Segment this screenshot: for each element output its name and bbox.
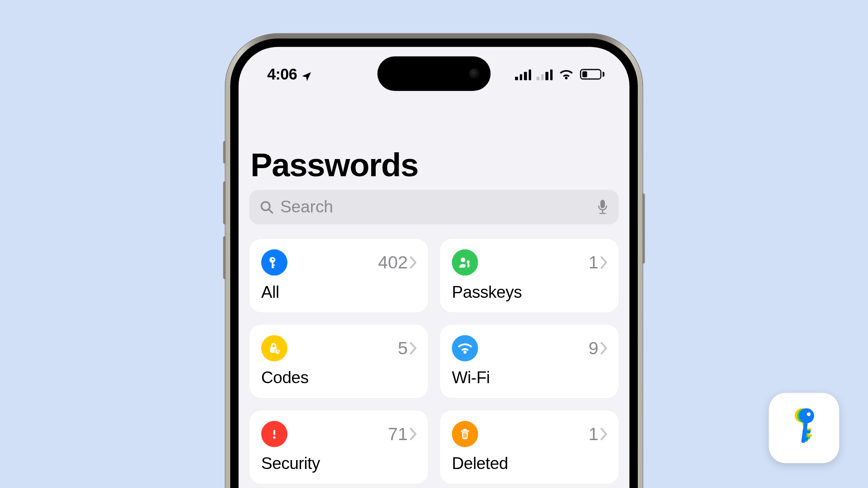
svg-rect-2 (600, 200, 605, 208)
alert-icon (261, 421, 288, 447)
category-label: Deleted (452, 454, 608, 473)
svg-rect-14 (467, 266, 469, 267)
category-card-wifi[interactable]: 9 Wi-Fi (440, 324, 618, 398)
search-bar[interactable] (249, 190, 618, 224)
category-count: 1 (589, 424, 599, 444)
battery-icon (580, 69, 604, 80)
svg-rect-19 (461, 431, 469, 432)
passkey-icon (452, 249, 478, 276)
wifi-icon (558, 68, 574, 80)
category-count: 9 (589, 338, 599, 358)
search-input[interactable] (280, 197, 590, 216)
category-count: 5 (398, 338, 408, 358)
category-label: All (261, 283, 417, 302)
cellular-icon (515, 68, 552, 80)
category-card-passkeys[interactable]: 1 Passkeys (440, 239, 618, 312)
svg-rect-8 (272, 264, 275, 266)
wifi-icon (452, 335, 478, 361)
page-title: Passwords (249, 146, 618, 184)
lock-clock-icon (261, 335, 288, 361)
svg-rect-17 (274, 430, 275, 435)
screen: 4:06 (239, 47, 630, 488)
search-icon (259, 199, 274, 215)
svg-point-6 (272, 258, 274, 260)
category-label: Wi-Fi (452, 368, 608, 387)
microphone-icon[interactable] (596, 199, 609, 215)
category-grid: 402 All 1 (249, 239, 618, 484)
svg-point-10 (461, 258, 465, 262)
chevron-right-icon (409, 342, 417, 355)
chevron-right-icon (599, 256, 608, 269)
svg-rect-20 (463, 429, 467, 430)
location-icon (301, 68, 312, 80)
svg-point-18 (273, 436, 275, 439)
category-count: 1 (589, 252, 599, 272)
svg-line-1 (269, 209, 273, 213)
category-count: 71 (388, 424, 408, 444)
svg-rect-13 (467, 265, 470, 266)
status-bar: 4:06 (239, 47, 630, 99)
chevron-right-icon (409, 256, 417, 269)
category-card-codes[interactable]: 5 Codes (249, 324, 428, 398)
key-icon (261, 249, 288, 276)
chevron-right-icon (409, 427, 417, 441)
category-count: 402 (378, 252, 408, 272)
chevron-right-icon (599, 427, 608, 441)
category-label: Security (261, 454, 417, 473)
svg-rect-9 (272, 267, 274, 268)
category-card-all[interactable]: 402 All (249, 239, 428, 312)
trash-icon (452, 421, 478, 447)
passwords-app-icon (769, 393, 840, 464)
status-time: 4:06 (267, 65, 297, 84)
iphone-device-frame: 4:06 (226, 34, 643, 488)
category-card-security[interactable]: 71 Security (249, 410, 428, 484)
chevron-right-icon (599, 342, 608, 355)
category-card-deleted[interactable]: 1 Deleted (440, 410, 618, 484)
category-label: Passkeys (452, 283, 608, 302)
category-label: Codes (261, 368, 417, 387)
